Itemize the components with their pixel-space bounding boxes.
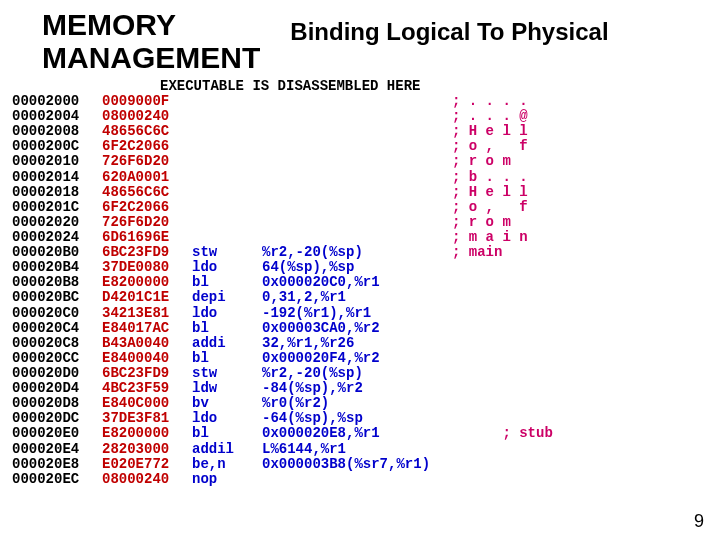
- listing-row: 000020E428203000addilL%6144,%r1: [12, 442, 720, 457]
- addr: 000020B0: [12, 245, 102, 260]
- bytes: 08000240: [102, 109, 192, 124]
- mnemonic: nop: [192, 472, 262, 487]
- operands: %r2,-20(%sp): [262, 366, 452, 381]
- addr: 00002020: [12, 215, 102, 230]
- comment: ; r o m: [452, 154, 511, 169]
- listing-row: 000020B8E8200000bl0x000020C0,%r1: [12, 275, 720, 290]
- operands: 64(%sp),%sp: [262, 260, 452, 275]
- bytes: E840C000: [102, 396, 192, 411]
- listing-row: 000020EC08000240nop: [12, 472, 720, 487]
- mnemonic: addil: [192, 442, 262, 457]
- listing-row: 00002010726F6D20; r o m: [12, 154, 720, 169]
- addr: 000020CC: [12, 351, 102, 366]
- listing-row: 0000200848656C6C; H e l l: [12, 124, 720, 139]
- bytes: E020E772: [102, 457, 192, 472]
- addr: 00002008: [12, 124, 102, 139]
- listing-row: 000020D44BC23F59ldw-84(%sp),%r2: [12, 381, 720, 396]
- addr: 000020D4: [12, 381, 102, 396]
- listing-row: 0000201C6F2C2066; o , f: [12, 200, 720, 215]
- addr: 0000201C: [12, 200, 102, 215]
- addr: 00002000: [12, 94, 102, 109]
- bytes: 6BC23FD9: [102, 366, 192, 381]
- bytes: 726F6D20: [102, 154, 192, 169]
- mnemonic: bl: [192, 426, 262, 441]
- bytes: 08000240: [102, 472, 192, 487]
- listing-row: 000020246D61696E; m a i n: [12, 230, 720, 245]
- listing-row: 000020C8B43A0040addi32,%r1,%r26: [12, 336, 720, 351]
- listing-row: 0000201848656C6C; H e l l: [12, 185, 720, 200]
- mnemonic: bl: [192, 351, 262, 366]
- page-number: 9: [694, 511, 704, 532]
- addr: 000020DC: [12, 411, 102, 426]
- bytes: 4BC23F59: [102, 381, 192, 396]
- bytes: 6F2C2066: [102, 139, 192, 154]
- bytes: 0009000F: [102, 94, 192, 109]
- comment: ; m a i n: [452, 230, 528, 245]
- listing-row: 000020C034213E81ldo-192(%r1),%r1: [12, 306, 720, 321]
- addr: 000020C4: [12, 321, 102, 336]
- comment: ; . . . @: [452, 109, 528, 124]
- comment: ; main: [452, 245, 502, 260]
- mnemonic: stw: [192, 366, 262, 381]
- bytes: 48656C6C: [102, 124, 192, 139]
- title-right: Binding Logical To Physical: [260, 8, 608, 46]
- operands: -192(%r1),%r1: [262, 306, 452, 321]
- listing-row: 0000200C6F2C2066; o , f: [12, 139, 720, 154]
- mnemonic: ldo: [192, 260, 262, 275]
- mnemonic: bl: [192, 275, 262, 290]
- addr: 000020EC: [12, 472, 102, 487]
- listing-row: 00002014620A0001; b . . .: [12, 170, 720, 185]
- listing-row: 000020BCD4201C1Edepi0,31,2,%r1: [12, 290, 720, 305]
- addr: 000020E4: [12, 442, 102, 457]
- listing-row: 0000200408000240; . . . @: [12, 109, 720, 124]
- operands: 0x000003B8(%sr7,%r1): [262, 457, 452, 472]
- operands: -64(%sp),%sp: [262, 411, 452, 426]
- addr: 000020C8: [12, 336, 102, 351]
- mnemonic: bl: [192, 321, 262, 336]
- comment: ; r o m: [452, 215, 511, 230]
- bytes: 37DE0080: [102, 260, 192, 275]
- operands: -84(%sp),%r2: [262, 381, 452, 396]
- operands: L%6144,%r1: [262, 442, 452, 457]
- title-left-line2: MANAGEMENT: [42, 41, 260, 74]
- operands: 0x000020F4,%r2: [262, 351, 452, 366]
- bytes: B43A0040: [102, 336, 192, 351]
- addr: 000020BC: [12, 290, 102, 305]
- listing-row: 000020B437DE0080ldo64(%sp),%sp: [12, 260, 720, 275]
- banner-text: EXECUTABLE IS DISASSEMBLED HERE: [0, 78, 720, 94]
- operands: 0,31,2,%r1: [262, 290, 452, 305]
- bytes: 28203000: [102, 442, 192, 457]
- comment: ; H e l l: [452, 185, 528, 200]
- addr: 000020D8: [12, 396, 102, 411]
- operands: %r0(%r2): [262, 396, 452, 411]
- addr: 000020B8: [12, 275, 102, 290]
- comment: ; H e l l: [452, 124, 528, 139]
- operands: 0x000020C0,%r1: [262, 275, 452, 290]
- comment: ; b . . .: [452, 170, 528, 185]
- bytes: D4201C1E: [102, 290, 192, 305]
- bytes: E84017AC: [102, 321, 192, 336]
- addr: 00002004: [12, 109, 102, 124]
- addr: 000020E8: [12, 457, 102, 472]
- addr: 00002010: [12, 154, 102, 169]
- slide-header: MEMORY MANAGEMENT Binding Logical To Phy…: [0, 0, 720, 74]
- listing-row: 000020CCE8400040bl0x000020F4,%r2: [12, 351, 720, 366]
- addr: 000020C0: [12, 306, 102, 321]
- listing-row: 000020E0E8200000bl0x000020E8,%r1 ; stub: [12, 426, 720, 441]
- listing-row: 000020DC37DE3F81ldo-64(%sp),%sp: [12, 411, 720, 426]
- operands: 32,%r1,%r26: [262, 336, 452, 351]
- listing-row: 000020E8E020E772be,n0x000003B8(%sr7,%r1): [12, 457, 720, 472]
- addr: 0000200C: [12, 139, 102, 154]
- listing-row: 000020B06BC23FD9stw%r2,-20(%sp); main: [12, 245, 720, 260]
- mnemonic: ldo: [192, 306, 262, 321]
- disassembly-listing: 000020000009000F; . . . .000020040800024…: [0, 94, 720, 487]
- mnemonic: stw: [192, 245, 262, 260]
- listing-row: 000020D06BC23FD9stw%r2,-20(%sp): [12, 366, 720, 381]
- operands: %r2,-20(%sp): [262, 245, 452, 260]
- bytes: E8200000: [102, 426, 192, 441]
- listing-row: 00002020726F6D20; r o m: [12, 215, 720, 230]
- bytes: E8200000: [102, 275, 192, 290]
- addr: 00002024: [12, 230, 102, 245]
- comment: ; . . . .: [452, 94, 528, 109]
- operands: 0x000020E8,%r1: [262, 426, 452, 441]
